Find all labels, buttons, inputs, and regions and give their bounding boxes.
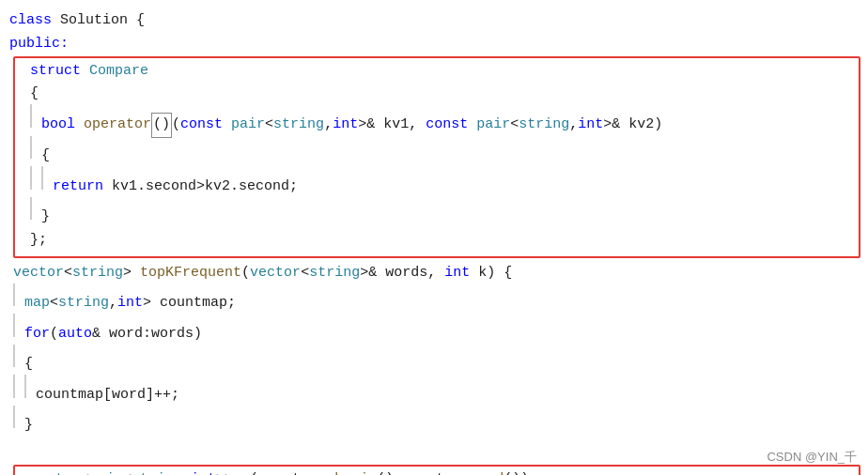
- keyword-class: class: [9, 9, 60, 33]
- vector-type-2: vector: [250, 262, 301, 285]
- angle-v1: <: [64, 262, 72, 285]
- vector-type-3: vector: [30, 468, 81, 475]
- string-type-5: string: [58, 292, 109, 315]
- vector-type-1: vector: [13, 262, 64, 285]
- struct-line-5: return kv1.second>kv2.second;: [23, 168, 851, 199]
- indent-2: [30, 136, 34, 160]
- struct-line-3: bool operator () ( const pair < string ,…: [23, 106, 851, 138]
- struct-name: Compare: [89, 60, 148, 84]
- keyword-struct: struct: [30, 60, 89, 84]
- angle-v4: >&: [360, 262, 385, 285]
- empty-line: [9, 437, 868, 461]
- for-line: for ( auto & word:words): [9, 315, 868, 346]
- vector-sort-block: vector < pair < string , int >> v(countm…: [13, 465, 860, 475]
- vp-angle-3: >> v(countmap.: [216, 468, 334, 475]
- for-close-brace: }: [9, 407, 868, 438]
- int-type-2: int: [578, 114, 603, 137]
- angle-2: >&: [358, 114, 383, 137]
- angle-v3: <: [301, 262, 309, 285]
- string-type-2: string: [519, 114, 569, 137]
- param-k: k) {: [478, 262, 512, 285]
- for-open-brace: {: [9, 346, 868, 377]
- const-kw-1: const: [180, 114, 231, 137]
- fn-name: topKFrequent: [140, 262, 241, 285]
- begin-fn-1: begin: [334, 468, 377, 475]
- indent-7: [13, 314, 17, 337]
- class-name: Solution {: [60, 9, 145, 33]
- countmap-expr: countmap[word]++;: [36, 384, 179, 407]
- pair-type-3: pair: [89, 468, 123, 475]
- fn-params-1: (: [172, 114, 180, 137]
- int-type-3: int: [444, 262, 478, 285]
- indent-5: [30, 197, 34, 221]
- operator-parens: (): [151, 113, 172, 138]
- keyword-auto: auto: [58, 323, 92, 346]
- comma-4: ,: [182, 468, 191, 475]
- map-angles: <: [50, 292, 58, 315]
- code-line-1: class Solution {: [9, 9, 868, 33]
- fn-paren-1: (: [241, 262, 250, 285]
- keyword-return: return: [53, 176, 112, 199]
- string-type-1: string: [273, 114, 324, 137]
- comma-1: ,: [324, 114, 333, 137]
- operator-fn: operator: [84, 114, 151, 137]
- int-type-1: int: [333, 114, 358, 137]
- struct-line-1: struct Compare: [23, 60, 851, 84]
- close-brace-1: }: [41, 206, 50, 229]
- indent-9: [13, 375, 17, 398]
- param-words: words,: [385, 262, 444, 285]
- indent-8: [13, 345, 17, 368]
- keyword-bool: bool: [41, 114, 84, 137]
- pair-type-1: pair: [231, 114, 265, 137]
- string-type-4: string: [309, 262, 360, 285]
- vp-angle-2: <: [123, 468, 132, 475]
- int-type-5: int: [191, 468, 216, 475]
- angle-3: <: [510, 114, 519, 137]
- struct-line-2: {: [23, 83, 851, 106]
- struct-block: struct Compare { bool operator () ( cons…: [13, 56, 860, 258]
- struct-line-6: }: [23, 199, 851, 230]
- indent-6: [13, 283, 17, 307]
- vp-angle-1: <: [81, 468, 89, 475]
- indent-4: [41, 166, 45, 190]
- angle-4: >&: [603, 114, 628, 137]
- vp-call-1: (),countmap.: [377, 468, 478, 475]
- open-brace-2: {: [41, 145, 50, 168]
- for-brace-close: }: [24, 414, 33, 437]
- angle-v2: >: [123, 262, 140, 285]
- for-rest: & word:words): [92, 323, 202, 346]
- code-editor: class Solution { public: struct Compare …: [0, 0, 868, 475]
- struct-end: };: [30, 229, 47, 253]
- map-type: map: [24, 292, 50, 315]
- indent-1: [30, 104, 34, 128]
- string-type-6: string: [132, 468, 182, 475]
- indent-10: [24, 375, 28, 398]
- string-type-3: string: [72, 262, 123, 285]
- angle-1: <: [265, 114, 273, 137]
- param-kv1: kv1,: [383, 114, 426, 137]
- struct-line-4: {: [23, 138, 851, 169]
- int-type-4: int: [117, 292, 143, 315]
- watermark: CSDN @YIN_千: [767, 448, 857, 467]
- param-kv2: kv2): [628, 114, 662, 137]
- end-fn-1: end: [478, 468, 504, 475]
- vp-call-2: ());: [504, 468, 537, 475]
- const-kw-2: const: [426, 114, 476, 137]
- code-line-2: public:: [9, 33, 868, 56]
- countmap-line: countmap[word]++;: [9, 376, 868, 407]
- return-expr: kv1.second>kv2.second;: [112, 176, 298, 199]
- map-line: map < string , int > countmap;: [9, 285, 868, 316]
- vector-line: vector < pair < string , int >> v(countm…: [23, 468, 851, 475]
- comma-2: ,: [569, 114, 578, 137]
- map-end: > countmap;: [143, 292, 236, 315]
- keyword-for: for: [24, 323, 50, 346]
- struct-line-7: };: [23, 229, 851, 253]
- comma-3: ,: [109, 292, 117, 315]
- func-sig-line: vector < string > topKFrequent ( vector …: [9, 262, 868, 285]
- pair-type-2: pair: [476, 114, 510, 137]
- indent-11: [13, 406, 17, 429]
- indent-3: [30, 166, 34, 190]
- for-expr: (: [50, 323, 58, 346]
- open-brace-1: {: [30, 83, 39, 106]
- for-brace-open: {: [24, 353, 33, 376]
